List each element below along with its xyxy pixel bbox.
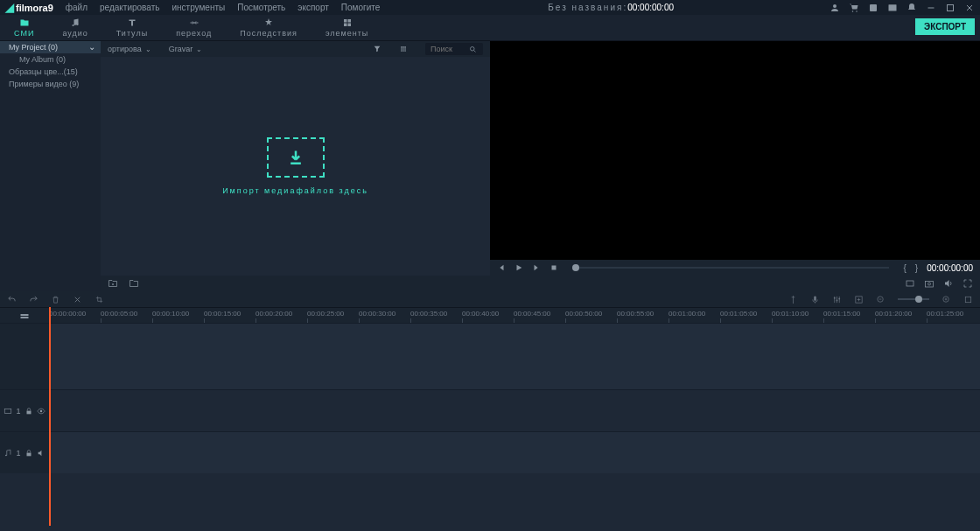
zoom-out-icon[interactable]	[876, 295, 886, 304]
fullscreen-icon[interactable]	[962, 278, 973, 289]
timeline-audio-track: 1	[0, 431, 980, 473]
save-icon[interactable]	[868, 3, 878, 13]
transition-icon	[189, 17, 200, 28]
split-icon[interactable]	[73, 295, 82, 304]
svg-rect-38	[26, 410, 31, 414]
mark-out[interactable]: }	[915, 263, 918, 273]
svg-point-21	[404, 50, 406, 52]
search-input[interactable]	[430, 45, 469, 53]
tree-my-album[interactable]: My Album (0)	[0, 53, 101, 66]
title-time: 00:00:00:00	[627, 3, 674, 12]
aspect-icon[interactable]	[905, 278, 915, 289]
crop-icon[interactable]	[94, 295, 104, 304]
eye-icon[interactable]	[37, 407, 46, 416]
tab-elements[interactable]: элементы	[312, 15, 382, 40]
menu-help[interactable]: Помогите	[341, 3, 380, 12]
svg-point-0	[833, 4, 836, 8]
tab-transition[interactable]: переход	[162, 15, 226, 40]
row-body-empty[interactable]	[49, 324, 980, 389]
timeline-tools	[0, 291, 980, 307]
svg-point-14	[402, 46, 404, 48]
title-untitled: Без названия:	[548, 3, 627, 12]
lock-icon[interactable]	[24, 407, 33, 416]
snapshot-icon[interactable]	[924, 278, 934, 289]
redo-icon[interactable]	[29, 295, 38, 304]
ruler-head	[0, 308, 49, 323]
zoom-in-icon[interactable]	[942, 295, 951, 304]
cart-icon[interactable]	[849, 3, 859, 13]
menu-edit[interactable]: редактировать	[100, 3, 159, 12]
next-frame-icon[interactable]	[532, 263, 541, 272]
svg-rect-5	[928, 7, 934, 8]
video-track-body[interactable]	[49, 390, 980, 431]
svg-point-40	[6, 454, 8, 456]
tree-my-project[interactable]: My Project (0)	[0, 41, 101, 53]
marker-icon[interactable]	[788, 295, 798, 304]
record-dropdown[interactable]: Gravar⌄	[169, 45, 203, 53]
bell-icon[interactable]	[906, 3, 917, 13]
dropzone-text: Импорт медиафайлов здесь	[222, 186, 368, 195]
tab-effects[interactable]: Последствия	[226, 15, 312, 40]
mic-icon[interactable]	[810, 295, 820, 304]
app-logo: ◢filmora9	[5, 1, 53, 14]
dropzone-box	[267, 137, 325, 178]
maximize-icon[interactable]	[945, 3, 956, 13]
preview-canvas[interactable]	[490, 41, 980, 260]
timeline-ruler[interactable]: 00:00:00:0000:00:05:0000:00:10:0000:00:1…	[0, 307, 980, 323]
search-icon	[469, 45, 477, 53]
tab-titles[interactable]: Титулы	[102, 15, 162, 40]
preview-scrubber[interactable]	[572, 267, 889, 269]
audio-track-icon	[4, 449, 12, 458]
zoom-slider[interactable]	[898, 298, 929, 300]
svg-rect-27	[814, 296, 816, 301]
delete-icon[interactable]	[51, 295, 60, 304]
user-icon[interactable]	[830, 3, 840, 13]
stop-icon[interactable]	[550, 263, 558, 272]
add-track-icon[interactable]	[854, 295, 864, 304]
export-button[interactable]: ЭКСПОРТ	[915, 18, 975, 35]
new-folder-icon[interactable]	[108, 278, 118, 289]
text-icon	[127, 17, 137, 28]
mail-icon[interactable]	[887, 3, 898, 13]
media-toolbar: ортирова⌄ Gravar⌄	[101, 41, 490, 57]
search-box[interactable]	[425, 43, 483, 55]
menu-export[interactable]: экспорт	[298, 3, 329, 12]
playhead[interactable]	[49, 307, 51, 526]
folder-open-icon[interactable]	[129, 278, 139, 289]
tree-samples[interactable]: Образцы цве...(15)	[0, 66, 101, 78]
undo-icon[interactable]	[7, 295, 17, 304]
tick: 00:00:25:00	[307, 310, 344, 318]
menu-view[interactable]: Посмотреть	[237, 3, 285, 12]
volume-icon[interactable]	[943, 278, 954, 289]
video-track-num: 1	[16, 407, 20, 416]
tab-media[interactable]: СМИ	[0, 15, 48, 40]
svg-rect-34	[965, 297, 970, 302]
preview-bottom-bar	[490, 276, 980, 291]
sort-dropdown[interactable]: ортирова⌄	[108, 45, 151, 53]
svg-point-1	[852, 10, 854, 12]
preview-panel: { } 00:00:00:00	[490, 41, 980, 291]
audio-track-body[interactable]	[49, 432, 980, 473]
mixer-icon[interactable]	[832, 295, 842, 304]
grid-view-icon[interactable]	[399, 45, 408, 53]
lock-icon-2[interactable]	[24, 449, 33, 458]
filter-icon[interactable]	[373, 45, 382, 53]
minimize-icon[interactable]	[926, 3, 936, 13]
download-arrow-icon	[287, 149, 304, 166]
menu-tools[interactable]: инструменты	[172, 3, 225, 12]
mark-in[interactable]: {	[903, 263, 906, 273]
svg-point-7	[73, 24, 74, 26]
tree-examples[interactable]: Примеры видео (9)	[0, 78, 101, 90]
fit-zoom-icon[interactable]	[963, 295, 973, 304]
timeline: 1 1	[0, 323, 980, 531]
menu-file[interactable]: файл	[66, 3, 88, 12]
mute-icon[interactable]	[37, 449, 46, 458]
svg-point-18	[404, 48, 406, 50]
tick: 00:00:10:00	[152, 310, 189, 318]
media-tree: My Project (0) My Album (0) Образцы цве.…	[0, 41, 101, 291]
tab-audio[interactable]: аудио	[48, 15, 102, 40]
play-icon[interactable]	[514, 263, 523, 272]
prev-frame-icon[interactable]	[497, 263, 506, 272]
import-dropzone[interactable]: Импорт медиафайлов здесь	[101, 57, 490, 276]
close-icon[interactable]	[964, 3, 975, 13]
